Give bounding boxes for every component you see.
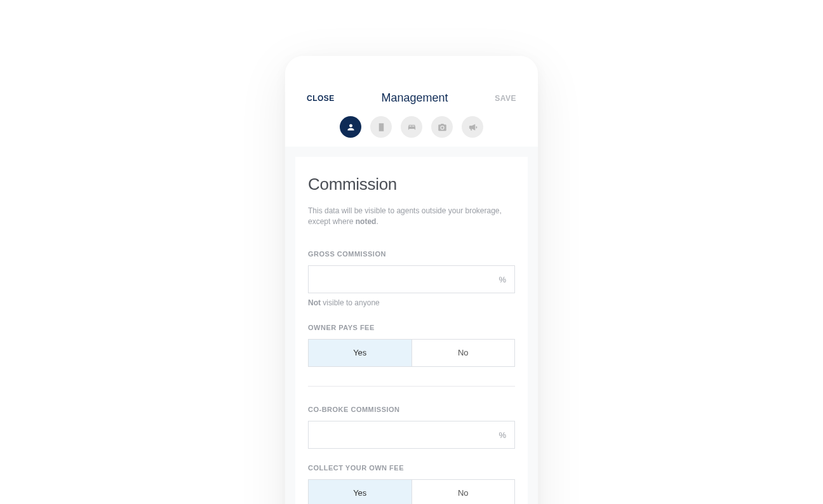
co-broke-block: CO-BROKE COMMISSION % COLLECT YOUR OWN F… (308, 406, 515, 504)
owner-pays-yes[interactable]: Yes (309, 340, 412, 366)
management-panel: CLOSE Management SAVE Commission This da… (285, 56, 538, 504)
content-area: Commission This data will be visible to … (285, 147, 538, 504)
percent-suffix: % (498, 274, 506, 284)
panel-header: CLOSE Management SAVE (285, 56, 538, 116)
collect-own-toggle: Yes No (308, 479, 515, 504)
tab-person[interactable] (340, 116, 361, 138)
tab-megaphone[interactable] (462, 116, 483, 138)
collect-own-yes[interactable]: Yes (309, 480, 412, 504)
owner-pays-no[interactable]: No (412, 340, 515, 366)
owner-pays-label: OWNER PAYS FEE (308, 324, 515, 331)
tab-row (285, 116, 538, 147)
collect-own-label: COLLECT YOUR OWN FEE (308, 464, 515, 472)
co-broke-input-wrap: % (308, 421, 515, 449)
owner-pays-toggle: Yes No (308, 339, 515, 367)
subtitle-post: . (376, 217, 378, 226)
percent-suffix: % (498, 430, 506, 439)
camera-icon (438, 123, 447, 132)
person-icon (346, 123, 356, 132)
card-title: Commission (308, 175, 515, 194)
commission-card: Commission This data will be visible to … (295, 157, 528, 504)
gross-commission-block: GROSS COMMISSION % Not visible to anyone… (308, 250, 515, 367)
gross-commission-input[interactable] (308, 265, 515, 293)
hint-bold: Not (308, 298, 321, 307)
subtitle-pre: This data will be visible to agents outs… (308, 206, 502, 226)
panel-title: Management (381, 91, 448, 105)
megaphone-icon (468, 123, 478, 132)
gross-commission-input-wrap: % (308, 265, 515, 293)
gross-commission-hint: Not visible to anyone (308, 298, 515, 307)
gross-commission-label: GROSS COMMISSION (308, 250, 515, 258)
co-broke-input[interactable] (308, 421, 515, 449)
hint-rest: visible to anyone (321, 298, 380, 307)
card-subtitle: This data will be visible to agents outs… (308, 206, 515, 227)
collect-own-no[interactable]: No (412, 480, 515, 504)
tab-building[interactable] (370, 116, 392, 138)
co-broke-label: CO-BROKE COMMISSION (308, 406, 515, 413)
save-button[interactable]: SAVE (495, 94, 516, 103)
subtitle-bold: noted (356, 217, 377, 226)
close-button[interactable]: CLOSE (307, 94, 335, 103)
section-divider (308, 386, 515, 387)
tab-bed[interactable] (401, 116, 422, 138)
bed-icon (407, 123, 417, 132)
tab-camera[interactable] (431, 116, 453, 138)
building-icon (377, 123, 386, 132)
